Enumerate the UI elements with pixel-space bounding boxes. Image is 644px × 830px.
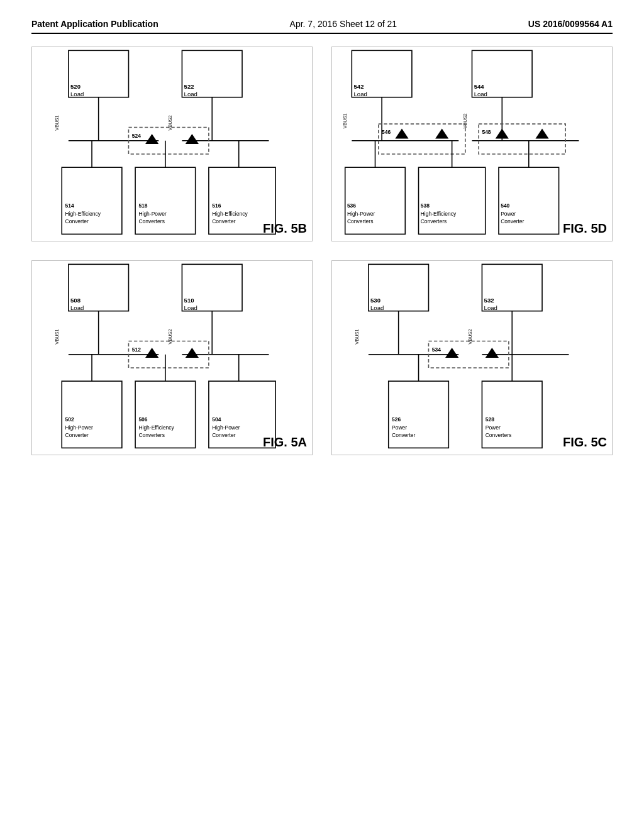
svg-text:530: 530 bbox=[370, 297, 380, 304]
fig-5c-label: FIG. 5C bbox=[563, 435, 607, 450]
svg-marker-50 bbox=[535, 129, 548, 139]
svg-text:Converters: Converters bbox=[486, 432, 511, 438]
fig-5c-panel: 530 Load 532 Load VBUS1 VBUS2 bbox=[331, 260, 613, 455]
svg-text:510: 510 bbox=[184, 297, 194, 304]
svg-text:High-Power: High-Power bbox=[138, 211, 166, 217]
svg-text:Power: Power bbox=[392, 424, 407, 431]
fig-5b-panel: 520 Load 522 Load VBUS1 VBUS2 bbox=[31, 47, 313, 241]
fig-5d-label: FIG. 5D bbox=[563, 221, 607, 236]
svg-marker-15 bbox=[186, 134, 199, 144]
svg-text:VBUS2: VBUS2 bbox=[168, 329, 174, 344]
svg-text:High-Power: High-Power bbox=[212, 424, 240, 431]
svg-text:VBUS1: VBUS1 bbox=[342, 113, 348, 128]
svg-text:Converter: Converter bbox=[501, 218, 524, 224]
svg-text:Load: Load bbox=[184, 304, 197, 311]
bottom-row: 508 Load 510 Load VBUS1 VBUS2 bbox=[31, 260, 613, 455]
svg-text:514: 514 bbox=[65, 202, 74, 209]
svg-text:504: 504 bbox=[212, 416, 221, 423]
svg-text:High-Power: High-Power bbox=[65, 424, 93, 431]
svg-text:Load: Load bbox=[370, 304, 384, 311]
fig-5a-svg: 508 Load 510 Load VBUS1 VBUS2 bbox=[32, 261, 312, 455]
svg-text:516: 516 bbox=[212, 202, 221, 209]
fig-5d-svg: 542 Load 544 Load VBUS1 VBUS2 bbox=[332, 47, 612, 241]
fig-5b-label: FIG. 5B bbox=[263, 221, 307, 236]
page: Patent Application Publication Apr. 7, 2… bbox=[0, 0, 644, 830]
svg-text:Load: Load bbox=[474, 91, 487, 97]
fig-5b-svg: 520 Load 522 Load VBUS1 VBUS2 bbox=[32, 47, 312, 241]
svg-text:VBUS2: VBUS2 bbox=[168, 115, 174, 130]
svg-text:Converter: Converter bbox=[212, 218, 235, 224]
svg-text:Converter: Converter bbox=[212, 432, 235, 438]
svg-text:506: 506 bbox=[138, 416, 147, 423]
svg-text:526: 526 bbox=[392, 416, 401, 423]
svg-text:Converter: Converter bbox=[65, 432, 89, 438]
svg-marker-45 bbox=[395, 129, 408, 139]
svg-text:538: 538 bbox=[421, 202, 430, 209]
fig-5a-panel: 508 Load 510 Load VBUS1 VBUS2 bbox=[31, 260, 313, 455]
header-right: US 2016/0099564 A1 bbox=[528, 19, 613, 29]
svg-text:High-Efficiency: High-Efficiency bbox=[65, 211, 101, 217]
svg-text:512: 512 bbox=[132, 346, 141, 353]
svg-text:Power: Power bbox=[486, 424, 501, 431]
svg-marker-111 bbox=[445, 348, 458, 358]
svg-marker-14 bbox=[145, 134, 158, 144]
svg-text:522: 522 bbox=[184, 83, 194, 90]
header-center: Apr. 7, 2016 Sheet 12 of 21 bbox=[290, 19, 397, 29]
svg-text:546: 546 bbox=[382, 129, 391, 135]
fig-5c-svg: 530 Load 532 Load VBUS1 VBUS2 bbox=[332, 261, 612, 455]
svg-text:520: 520 bbox=[70, 83, 80, 90]
top-row: 520 Load 522 Load VBUS1 VBUS2 bbox=[31, 47, 613, 241]
svg-text:High-Power: High-Power bbox=[347, 211, 375, 217]
svg-text:Load: Load bbox=[354, 91, 367, 97]
svg-marker-80 bbox=[145, 348, 158, 358]
svg-text:Converter: Converter bbox=[392, 432, 415, 438]
svg-text:Load: Load bbox=[484, 304, 497, 311]
svg-text:544: 544 bbox=[474, 83, 485, 90]
svg-text:534: 534 bbox=[432, 346, 441, 353]
svg-text:Converter: Converter bbox=[65, 218, 89, 224]
svg-text:Load: Load bbox=[184, 91, 197, 97]
svg-text:Converters: Converters bbox=[347, 218, 374, 224]
svg-text:518: 518 bbox=[138, 202, 147, 209]
svg-marker-112 bbox=[486, 348, 499, 358]
svg-marker-46 bbox=[435, 129, 448, 139]
svg-text:VBUS1: VBUS1 bbox=[54, 115, 60, 130]
header: Patent Application Publication Apr. 7, 2… bbox=[31, 19, 613, 34]
svg-text:Power: Power bbox=[501, 211, 516, 217]
svg-text:High-Efficiency: High-Efficiency bbox=[138, 424, 174, 431]
fig-5d-panel: 542 Load 544 Load VBUS1 VBUS2 bbox=[331, 47, 613, 241]
svg-text:VBUS1: VBUS1 bbox=[354, 329, 360, 344]
svg-text:540: 540 bbox=[501, 202, 509, 209]
header-left: Patent Application Publication bbox=[31, 19, 158, 29]
svg-text:524: 524 bbox=[132, 133, 141, 139]
svg-text:High-Efficiency: High-Efficiency bbox=[212, 211, 248, 217]
svg-text:Load: Load bbox=[70, 304, 84, 311]
svg-text:508: 508 bbox=[70, 297, 81, 304]
svg-text:532: 532 bbox=[484, 297, 494, 304]
svg-text:Load: Load bbox=[70, 91, 84, 97]
svg-text:542: 542 bbox=[354, 83, 364, 90]
svg-rect-47 bbox=[479, 124, 565, 154]
svg-text:Converters: Converters bbox=[421, 218, 447, 224]
svg-text:VBUS2: VBUS2 bbox=[468, 329, 474, 344]
svg-marker-81 bbox=[186, 348, 199, 358]
fig-5a-label: FIG. 5A bbox=[263, 435, 307, 450]
svg-text:High-Efficiency: High-Efficiency bbox=[421, 211, 457, 217]
svg-marker-49 bbox=[496, 129, 509, 139]
svg-text:Converters: Converters bbox=[138, 432, 165, 438]
svg-text:VBUS2: VBUS2 bbox=[462, 113, 468, 128]
svg-text:502: 502 bbox=[65, 416, 74, 423]
svg-text:536: 536 bbox=[347, 202, 356, 209]
svg-text:528: 528 bbox=[486, 416, 494, 423]
svg-text:VBUS1: VBUS1 bbox=[54, 329, 60, 344]
svg-text:Converters: Converters bbox=[138, 218, 165, 224]
svg-text:548: 548 bbox=[482, 129, 491, 135]
content: 520 Load 522 Load VBUS1 VBUS2 bbox=[31, 47, 613, 455]
